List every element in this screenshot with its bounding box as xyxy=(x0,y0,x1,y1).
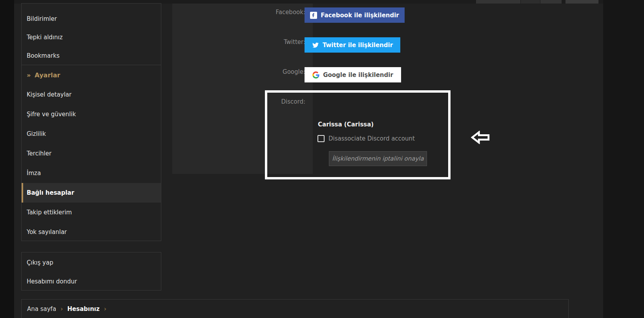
twitter-icon xyxy=(312,42,319,48)
sidebar-item-imza[interactable]: İmza xyxy=(22,163,161,183)
form-label-column-panel xyxy=(172,4,313,174)
sidebar-item-bookmarks[interactable]: Bookmarks xyxy=(22,46,161,65)
disassociate-checkbox-label: Disassociate Discord account xyxy=(328,135,415,142)
field-label-facebook: Facebook: xyxy=(172,9,305,16)
field-label-google: Google: xyxy=(172,68,305,75)
sidebar-item-label: Tercihler xyxy=(27,150,51,157)
double-chevron-icon: » xyxy=(27,71,31,79)
browser-tab-fragment xyxy=(521,0,540,4)
chevron-right-icon: › xyxy=(104,305,106,313)
associate-facebook-label: Facebook ile ilişkilendir xyxy=(321,12,399,19)
account-sidebar-footer: Çıkış yap Hesabımı dondur xyxy=(21,252,161,291)
annotation-arrow-icon xyxy=(471,131,491,146)
sidebar-item-label: Bookmarks xyxy=(27,52,60,59)
sidebar-heading-ayarlar[interactable]: » Ayarlar xyxy=(22,65,161,85)
browser-tab-fragment xyxy=(566,0,598,4)
associate-google-button[interactable]: Google ile ilişkilendir xyxy=(305,67,401,82)
sidebar-item-label: Hesabımı dondur xyxy=(27,278,77,285)
sidebar-item-cikis-yap[interactable]: Çıkış yap xyxy=(22,253,161,272)
facebook-icon xyxy=(310,12,317,19)
browser-tab-fragment xyxy=(540,0,562,4)
sidebar-item-bildirimler[interactable]: Bildirimler xyxy=(22,9,161,28)
google-icon xyxy=(312,71,319,79)
browser-tab-fragment xyxy=(476,0,520,4)
field-label-discord: Discord: xyxy=(172,98,305,105)
sidebar-section-session: Çıkış yap Hesabımı dondur xyxy=(22,252,161,291)
sidebar-item-bagli-hesaplar[interactable]: Bağlı hesaplar xyxy=(22,183,161,203)
sidebar-item-label: Gizlilik xyxy=(27,130,46,137)
sidebar-item-kisisel-detaylar[interactable]: Kişisel detaylar xyxy=(22,85,161,104)
disassociate-discord-checkbox-row[interactable]: Disassociate Discord account xyxy=(317,135,415,142)
sidebar-item-hesabimi-dondur[interactable]: Hesabımı dondur xyxy=(22,272,161,291)
sidebar-item-label: Bağlı hesaplar xyxy=(27,189,74,196)
sidebar-item-label: Bildirimler xyxy=(27,15,57,22)
sidebar-item-label: Tepki aldınız xyxy=(27,34,63,41)
chevron-right-icon: › xyxy=(60,305,63,313)
sidebar-section-settings: » Ayarlar Kişisel detaylar Şifre ve güve… xyxy=(22,65,161,242)
sidebar-item-label: Kişisel detaylar xyxy=(27,91,71,98)
discord-account-name: Carissa (Carissa) xyxy=(318,121,374,128)
sidebar-section-notifications: Bildirimler Tepki aldınız Bookmarks xyxy=(22,4,161,65)
sidebar-item-gizlilik[interactable]: Gizlilik xyxy=(22,124,161,144)
confirm-disassociation-button[interactable]: İlişkilendirmenin iptalini onayla xyxy=(329,151,427,166)
associate-twitter-button[interactable]: Twitter ile ilişkilendir xyxy=(305,37,400,53)
breadcrumb-item-home[interactable]: Ana sayfa xyxy=(27,305,56,313)
sidebar-item-label: İmza xyxy=(27,170,41,177)
field-label-twitter: Twitter: xyxy=(172,38,305,46)
sidebar-item-tepki-aldiniz[interactable]: Tepki aldınız xyxy=(22,28,161,46)
sidebar-item-label: Çıkış yap xyxy=(27,259,53,266)
sidebar-heading-label: Ayarlar xyxy=(35,71,60,79)
breadcrumb-item-account[interactable]: Hesabınız xyxy=(68,305,100,313)
sidebar-item-sifre-ve-guvenlik[interactable]: Şifre ve güvenlik xyxy=(22,104,161,124)
sidebar-item-label: Şifre ve güvenlik xyxy=(27,111,76,118)
sidebar-item-takip-ettiklerim[interactable]: Takip ettiklerim xyxy=(22,203,161,222)
associate-google-label: Google ile ilişkilendir xyxy=(323,71,393,79)
screen-right-strip xyxy=(603,0,644,318)
sidebar-item-tercihler[interactable]: Tercihler xyxy=(22,144,161,163)
sidebar-item-label: Yok sayılanlar xyxy=(27,228,67,236)
screen-left-strip xyxy=(0,0,14,318)
sidebar-item-label: Takip ettiklerim xyxy=(27,209,72,216)
disassociate-checkbox[interactable] xyxy=(317,135,325,142)
breadcrumb: Ana sayfa › Hesabınız › xyxy=(21,299,569,318)
account-sidebar: Bildirimler Tepki aldınız Bookmarks » Ay… xyxy=(21,3,161,241)
sidebar-item-yok-sayilanlar[interactable]: Yok sayılanlar xyxy=(22,222,161,242)
associate-twitter-label: Twitter ile ilişkilendir xyxy=(323,42,393,49)
associate-facebook-button[interactable]: Facebook ile ilişkilendir xyxy=(305,7,405,23)
